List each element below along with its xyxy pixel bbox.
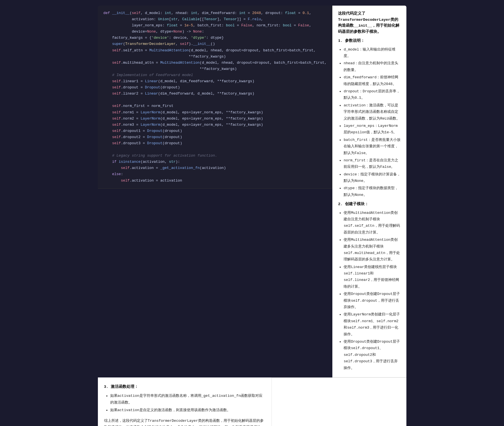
code-line-14: self.linear2 = Linear(dim_feedforward, d… <box>103 91 327 97</box>
code-line-26: self.activation = _get_activation_fn(act… <box>103 165 327 171</box>
code-line-8: **factory_kwargs) <box>103 54 327 60</box>
code-line-13: self.dropout = Dropout(dropout) <box>103 84 327 91</box>
code-line-22: self.dropout3 = Dropout(dropout) <box>103 140 327 146</box>
code-line-15 <box>103 97 327 103</box>
code-line-6: super(TransformerDecoderLayer, self).__i… <box>103 41 327 47</box>
code-line-7: self.self_attn = MultiheadAttention(d_mo… <box>103 47 327 54</box>
code-line-16: self.norm_first = norm_first <box>103 103 327 109</box>
explanation-intro: 这段代码定义了TransformerDecoderLayer类的构造函数__in… <box>338 11 401 35</box>
section2-title: 2. 创建子模块： <box>338 201 401 208</box>
summary-text: 综上所述，这段代码定义了TransformerDecoderLayer类的构造函… <box>104 418 265 426</box>
submodules-list: 使用MultiheadAttention类创建自注意力机制子模块self.sel… <box>338 210 401 371</box>
code-editor: def __init__(self, d_model: int, nhead: … <box>98 6 333 189</box>
code-line-1: def __init__(self, d_model: int, nhead: … <box>103 10 327 16</box>
code-line-4: device=None, dtype=None) -> None: <box>103 29 327 35</box>
main-container: def __init__(self, d_model: int, nhead: … <box>98 6 406 426</box>
list-item: 如果activation是字符串形式的激活函数名称，将调用_get_activa… <box>110 393 265 406</box>
code-line-18: self.norm2 = LayerNorm(d_model, eps=laye… <box>103 116 327 122</box>
code-line-17: self.norm1 = LayerNorm(d_model, eps=laye… <box>103 109 327 116</box>
code-line-28: self.activation = activation <box>103 178 327 184</box>
code-line-24: # Legacy string support for activation f… <box>103 153 327 159</box>
code-line-20: self.dropout1 = Dropout(dropout) <box>103 128 327 134</box>
section1-title: 1. 参数说明： <box>338 38 401 44</box>
list-item: dropout：Dropout层的丢弃率，默认为0.1。 <box>344 88 401 101</box>
list-item: 使用MultiheadAttention类创建多头注意力机制子模块self.mu… <box>344 237 401 263</box>
section3-title: 3. 激活函数处理： <box>104 384 265 390</box>
explanation-right-bottom <box>272 377 406 426</box>
list-item: dtype：指定子模块的数据类型，默认为None。 <box>344 185 401 198</box>
code-line-27: else: <box>103 171 327 177</box>
list-item: d_model：输入和输出的特征维度。 <box>344 46 401 59</box>
list-item: batch_first：是否将批量大小放在输入和输出张量的第一个维度，默认为Fa… <box>344 137 401 156</box>
list-item: norm_first：是否在自注意力之前应用归一化，默认为False。 <box>344 157 401 170</box>
list-item: 如果activation是自定义的激活函数，则直接使用该函数作为激活函数。 <box>110 407 265 413</box>
list-item: dim_feedforward：前馈神经网络的隐藏层维度，默认为2048。 <box>344 74 401 87</box>
list-item: 使用Dropout类创建Dropout层子模块self.dropout1、sel… <box>344 338 401 371</box>
explanation-left-bottom: 3. 激活函数处理： 如果activation是字符串形式的激活函数名称，将调用… <box>98 377 272 426</box>
bottom-section: 3. 激活函数处理： 如果activation是字符串形式的激活函数名称，将调用… <box>98 377 406 426</box>
list-item: 使用MultiheadAttention类创建自注意力机制子模块self.sel… <box>344 210 401 236</box>
list-item: layer_norm_eps：LayerNorm层的epsilon值，默认为1e… <box>344 123 401 136</box>
list-item: device：指定子模块的计算设备，默认为None。 <box>344 171 401 184</box>
activation-list: 如果activation是字符串形式的激活函数名称，将调用_get_activa… <box>104 393 265 413</box>
explanation-right-top: 这段代码定义了TransformerDecoderLayer类的构造函数__in… <box>332 6 406 377</box>
params-list: d_model：输入和输出的特征维度。 nhead：自注意力机制中的注意头的数量… <box>338 46 401 198</box>
code-line-21: self.dropout2 = Dropout(dropout) <box>103 134 327 140</box>
code-line-25: if isinstance(activation, str): <box>103 159 327 165</box>
list-item: 使用Linear类创建线性层子模块self.linear1和self.linea… <box>344 264 401 290</box>
code-line-10: **factory_kwargs) <box>103 66 327 72</box>
code-line-11: # Implementation of Feedforward model <box>103 72 327 78</box>
list-item: 使用Dropout类创建Dropout层子模块self.dropout，用于进行… <box>344 291 401 310</box>
list-item: 使用LayerNorm类创建归一化层子模块self.norm1、self.nor… <box>344 311 401 338</box>
code-line-12: self.linear1 = Linear(d_model, dim_feedf… <box>103 78 327 84</box>
code-line-9: self.multihead_attn = MultiheadAttention… <box>103 60 327 66</box>
code-line-23 <box>103 146 327 153</box>
code-line-2: activation: Union[str, Callable[[Tensor]… <box>103 16 327 22</box>
list-item: nhead：自注意力机制中的注意头的数量。 <box>344 60 401 73</box>
list-item: activation：激活函数，可以是字符串形式的激活函数名称或自定义的激活函数… <box>344 102 401 122</box>
code-line-5: factory_kwargs = {'device': device, 'dty… <box>103 35 327 41</box>
code-line-19: self.norm3 = LayerNorm(d_model, eps=laye… <box>103 122 327 128</box>
code-line-3: layer_norm_eps: float = 1e-5, batch_firs… <box>103 22 327 29</box>
top-section: def __init__(self, d_model: int, nhead: … <box>98 6 406 377</box>
